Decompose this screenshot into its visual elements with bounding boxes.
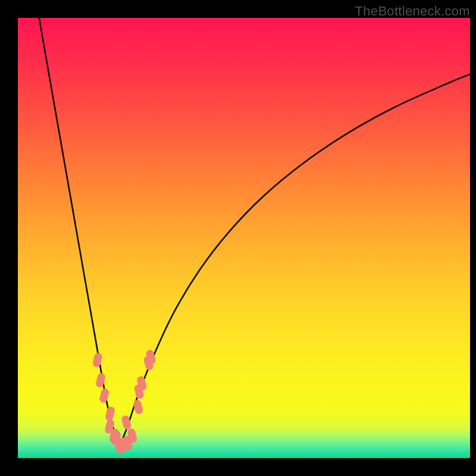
curves-svg — [18, 18, 470, 458]
chart-frame: TheBottleneck.com — [0, 0, 476, 476]
marker-layer — [92, 349, 156, 455]
curve-left-curve — [39, 18, 120, 446]
marker-point — [99, 388, 109, 403]
marker-point — [133, 399, 143, 415]
plot-area — [18, 18, 470, 458]
marker-point — [92, 352, 103, 368]
marker-point — [105, 406, 115, 421]
watermark-text: TheBottleneck.com — [355, 4, 470, 19]
curve-right-curve — [119, 74, 470, 446]
